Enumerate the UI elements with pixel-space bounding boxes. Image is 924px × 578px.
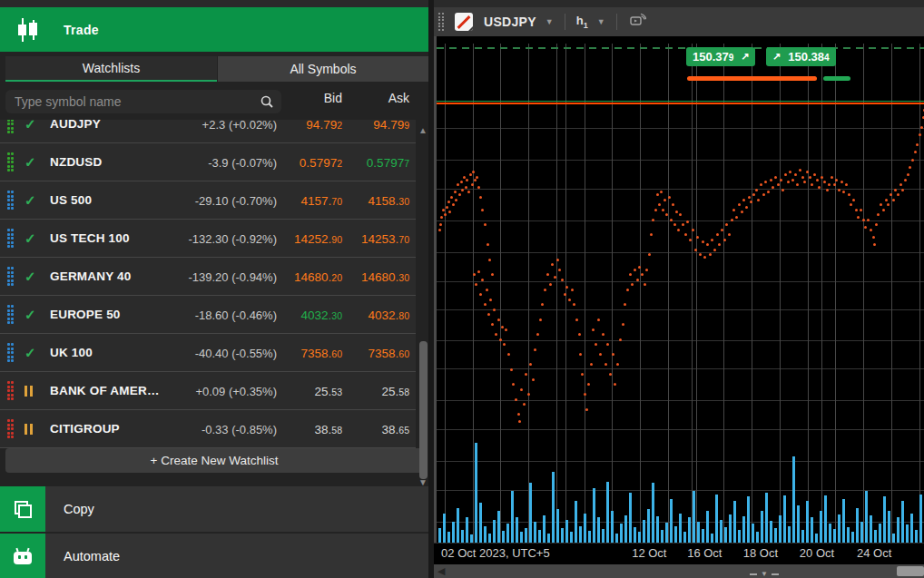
watchlist-row[interactable]: ✓US 500-29.10 (-0.70%)4157.704158.30 [0, 181, 416, 220]
v-gridline [500, 44, 501, 543]
bid-price[interactable]: 4157.70 [301, 194, 342, 208]
chart-horizontal-scrollbar[interactable]: ◀ [434, 564, 924, 578]
v-gridline [528, 44, 529, 543]
price-dot [867, 219, 870, 221]
price-dot [592, 328, 595, 331]
price-dot [796, 183, 799, 186]
watchlist-row[interactable]: ✓EUROPE 50-18.60 (-0.46%)4032.304032.80 [0, 296, 416, 334]
row-drag-handle-icon[interactable] [7, 305, 14, 325]
create-watchlist-button[interactable]: + Create New Watchlist [5, 448, 423, 473]
scroll-left-arrow[interactable]: ◀ [437, 565, 445, 577]
menu-item-automate[interactable]: Automate [0, 534, 428, 578]
volume-bar [715, 495, 718, 543]
row-drag-handle-icon[interactable] [7, 343, 14, 363]
ask-price[interactable]: 0.57977 [367, 156, 409, 170]
row-drag-handle-icon[interactable] [7, 267, 14, 287]
watchlist-row[interactable]: BANK OF AMER…+0.09 (+0.35%)25.5325.58 [0, 372, 416, 410]
symbol-search-box[interactable] [5, 90, 281, 113]
row-drag-handle-icon[interactable] [7, 152, 14, 172]
price-dot [770, 179, 772, 181]
ask-price[interactable]: 14253.70 [361, 232, 409, 246]
time-axis[interactable]: 02 Oct 2023, UTC+512 Oct16 Oct18 Oct20 O… [434, 543, 924, 563]
ask-price[interactable]: 7358.60 [369, 347, 409, 360]
enabled-check-icon: ✓ [25, 346, 39, 360]
price-dot [477, 270, 480, 273]
ask-price[interactable]: 14680.30 [361, 270, 409, 284]
watchlist-row[interactable]: ✓US TECH 100-132.30 (-0.92%)14252.901425… [0, 220, 416, 258]
bid-price[interactable]: 25.53 [315, 385, 342, 398]
price-dot [466, 179, 468, 181]
volume-bar [788, 526, 791, 543]
watchlist-row[interactable]: CITIGROUP-0.33 (-0.85%)38.5838.65 [0, 410, 416, 448]
tab-watchlists[interactable]: Watchlists [5, 56, 217, 82]
chart-symbol[interactable]: USDJPY [484, 15, 536, 29]
ask-price-badge[interactable]: ↗ 150.384 [766, 47, 836, 66]
menu-item-copy[interactable]: Copy [0, 486, 428, 532]
watchlist-row[interactable]: ✓NZDUSD-3.9 (-0.07%)0.579720.57977 [0, 143, 416, 181]
volume-bar [493, 520, 496, 543]
volume-bar [774, 528, 777, 543]
chart-scrollbar-thumb[interactable] [897, 566, 924, 576]
scroll-down-arrow[interactable]: ▼ [418, 477, 428, 487]
bid-price[interactable]: 4032.30 [301, 309, 342, 322]
price-dot [460, 181, 463, 183]
price-dot [838, 189, 840, 191]
trade-panel-header[interactable]: Trade [0, 7, 428, 52]
v-gridline [821, 44, 822, 543]
panel-collapse-handle[interactable]: ▼ [742, 570, 786, 578]
ask-price[interactable]: 38.65 [382, 423, 409, 436]
volume-bar [729, 514, 732, 543]
price-dot [645, 269, 648, 271]
watchlist-scrollbar-thumb[interactable] [419, 341, 428, 479]
price-dot [532, 378, 535, 381]
price-dot [835, 179, 838, 181]
tab-all-symbols[interactable]: All Symbols [217, 56, 428, 82]
watchlist-row[interactable]: ✓AUDJPY+2.3 (+0.02%)94.79294.799 [0, 120, 416, 143]
volume-bar [647, 509, 650, 543]
chevron-down-icon[interactable]: ▼ [597, 17, 605, 26]
ask-price[interactable]: 4158.30 [369, 194, 409, 208]
time-axis-label: 24 Oct [857, 546, 891, 560]
price-dot [499, 338, 502, 341]
row-drag-handle-icon[interactable] [7, 191, 14, 211]
bid-price[interactable]: 38.58 [315, 423, 342, 436]
price-dot [660, 191, 663, 193]
scroll-up-arrow[interactable]: ▲ [418, 125, 428, 135]
volume-bar [547, 534, 550, 543]
price-chart-plot[interactable]: 150.379 ↗ ↗ 150.384 4 [437, 44, 924, 543]
timeframe-selector[interactable]: h1 [576, 14, 588, 30]
chart-broadcast-icon[interactable] [630, 13, 646, 31]
bid-price-badge[interactable]: 150.379 ↗ [686, 47, 756, 66]
ask-price[interactable]: 25.58 [382, 385, 409, 398]
volume-bar [652, 483, 654, 543]
ask-price[interactable]: 4032.80 [369, 309, 409, 322]
price-dot [728, 233, 731, 236]
volume-bar [529, 483, 532, 543]
price-dot [467, 191, 470, 193]
watchlist-row[interactable]: ✓GERMANY 40-139.20 (-0.94%)14680.2014680… [0, 258, 416, 296]
search-input[interactable] [5, 90, 260, 113]
v-gridline [668, 44, 669, 543]
price-dot [845, 183, 848, 186]
bid-price[interactable]: 14680.20 [294, 270, 342, 284]
bid-price[interactable]: 7358.60 [301, 347, 342, 360]
price-dot [452, 203, 455, 206]
row-drag-handle-icon[interactable] [7, 120, 14, 134]
volume-bar [470, 534, 473, 543]
price-dot [764, 181, 767, 183]
bid-price[interactable]: 14252.90 [294, 232, 342, 246]
drag-handle-icon[interactable] [438, 13, 446, 31]
watchlist-row[interactable]: ✓UK 100-40.40 (-0.55%)7358.607358.60 [0, 334, 416, 372]
bid-price[interactable]: 94.792 [306, 120, 342, 132]
chart-type-button[interactable] [455, 13, 473, 31]
ask-price[interactable]: 94.799 [373, 120, 409, 132]
row-drag-handle-icon[interactable] [7, 419, 14, 439]
chevron-down-icon[interactable]: ▼ [546, 17, 554, 26]
bid-price[interactable]: 0.57972 [300, 156, 342, 170]
volume-bar [706, 511, 709, 543]
row-drag-handle-icon[interactable] [7, 229, 14, 249]
price-dot [713, 249, 716, 251]
price-dot [882, 209, 885, 211]
row-drag-handle-icon[interactable] [7, 381, 14, 401]
column-header-bid: Bid [324, 91, 342, 105]
